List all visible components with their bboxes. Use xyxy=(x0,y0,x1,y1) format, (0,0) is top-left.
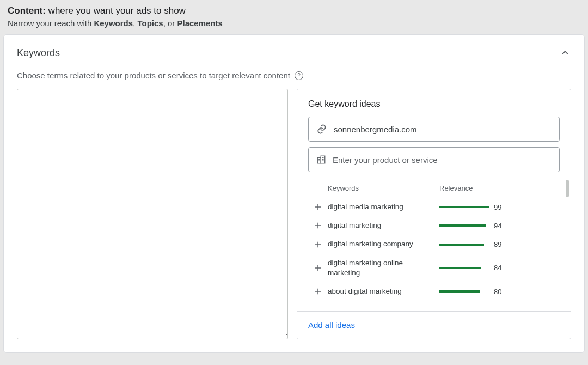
panel-title: Keywords xyxy=(17,47,60,59)
content-title: Content: where you want your ads to show xyxy=(8,5,580,16)
idea-keyword: digital marketing xyxy=(328,221,439,230)
idea-row: digital marketing company89 xyxy=(297,235,571,253)
idea-relevance: 80 xyxy=(439,288,560,296)
idea-row: digital media marketing99 xyxy=(297,198,571,216)
keyword-ideas-panel: Get keyword ideas Keywords Relevance xyxy=(297,89,571,339)
keywords-panel: Keywords Choose terms related to your pr… xyxy=(3,34,585,353)
idea-keyword: digital marketing online marketing xyxy=(328,258,439,278)
idea-relevance: 99 xyxy=(439,203,560,211)
site-input[interactable] xyxy=(334,125,552,134)
idea-keyword: digital media marketing xyxy=(328,202,439,212)
add-all-ideas-link[interactable]: Add all ideas xyxy=(308,320,355,330)
link-icon xyxy=(316,124,327,135)
content-title-rest: where you want your ads to show xyxy=(46,5,186,16)
idea-keyword: digital marketing company xyxy=(328,239,439,249)
idea-row: digital marketing online marketing84 xyxy=(297,254,571,282)
scrollbar[interactable] xyxy=(566,180,569,197)
add-keyword-button[interactable] xyxy=(313,240,323,250)
idea-keyword: about digital marketing xyxy=(328,287,439,296)
idea-relevance: 84 xyxy=(439,264,560,272)
idea-row: about digital marketing80 xyxy=(297,282,571,301)
product-input[interactable] xyxy=(333,155,552,165)
content-title-bold: Content: xyxy=(8,5,46,16)
add-keyword-button[interactable] xyxy=(313,263,323,273)
idea-row: digital marketing94 xyxy=(297,216,571,235)
building-icon xyxy=(316,155,326,165)
idea-relevance: 89 xyxy=(439,240,560,248)
ideas-table-header: Keywords Relevance xyxy=(297,178,571,198)
site-field[interactable] xyxy=(308,117,560,142)
col-relevance: Relevance xyxy=(439,184,560,192)
add-keyword-button[interactable] xyxy=(313,287,323,296)
keywords-textarea[interactable] xyxy=(17,89,288,339)
chevron-up-icon[interactable] xyxy=(559,47,571,59)
panel-description: Choose terms related to your products or… xyxy=(17,71,290,80)
col-keywords: Keywords xyxy=(328,184,439,192)
add-keyword-button[interactable] xyxy=(313,202,323,212)
idea-relevance: 94 xyxy=(439,222,560,230)
svg-rect-0 xyxy=(317,157,321,163)
content-subtitle: Narrow your reach with Keywords, Topics,… xyxy=(8,19,580,28)
content-header: Content: where you want your ads to show… xyxy=(0,0,588,34)
product-field[interactable] xyxy=(308,147,560,172)
svg-rect-1 xyxy=(321,156,325,163)
add-keyword-button[interactable] xyxy=(313,221,323,230)
help-icon[interactable]: ? xyxy=(295,71,303,80)
ideas-title: Get keyword ideas xyxy=(297,89,571,117)
